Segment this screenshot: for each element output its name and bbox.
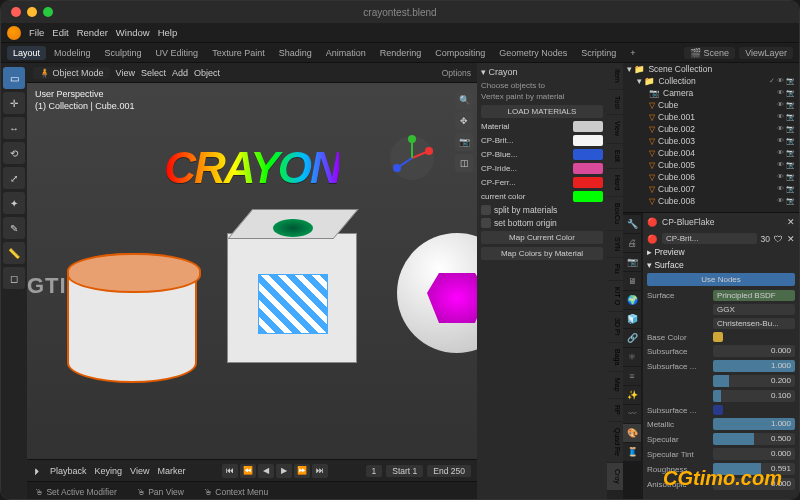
vp-options[interactable]: Options [442,68,471,78]
material-slot[interactable]: CP-Brit... [662,233,757,244]
set-bottom-origin-checkbox[interactable] [481,218,491,228]
tl-menu-view[interactable]: View [130,466,149,476]
play-button[interactable]: ▶ [276,464,292,478]
material-swatch[interactable] [573,163,603,174]
close-window-button[interactable] [11,7,21,17]
load-materials-button[interactable]: LOAD MATERIALS [481,105,603,118]
tl-menu-playback[interactable]: Playback [50,466,87,476]
outliner-item[interactable]: ▽Cube.005👁 📷 [623,159,799,171]
slider-metallic[interactable]: 1.000 [713,418,795,430]
map-colors-by-material-button[interactable]: Map Colors by Material [481,247,603,260]
close-icon[interactable]: ✕ [787,234,795,244]
material-name[interactable]: CP-BlueFlake [662,217,783,227]
jump-start-button[interactable]: ⏮ [222,464,238,478]
outliner-item[interactable]: ▽Cube.002👁 📷 [623,123,799,135]
prop-tab-7[interactable]: ⚛ [623,348,641,366]
n-tab-map[interactable]: Map [607,372,623,398]
tab-modeling[interactable]: Modeling [48,46,97,60]
slider-specular[interactable]: 0.500 [713,433,795,445]
n-tab-view[interactable]: View [607,115,623,142]
minimize-window-button[interactable] [27,7,37,17]
n-tab-baga[interactable]: Baga [607,343,623,371]
n-tab-flu[interactable]: Flu [607,258,623,280]
prop-tab-4[interactable]: 🌍 [623,291,641,309]
camera-icon[interactable]: 📷 [455,133,473,151]
tl-menu-keying[interactable]: Keying [95,466,123,476]
vp-menu-object[interactable]: Object [194,68,220,78]
outliner-item[interactable]: ▽Cube.006👁 📷 [623,171,799,183]
split-by-materials-checkbox[interactable] [481,205,491,215]
prop-tab-5[interactable]: 🧊 [623,310,641,328]
tab-scripting[interactable]: Scripting [575,46,622,60]
next-keyframe-button[interactable]: ⏩ [294,464,310,478]
slider-val[interactable]: 0.100 [713,390,795,402]
tab-rendering[interactable]: Rendering [374,46,428,60]
3d-viewport[interactable]: User Perspective (1) Collection | Cube.0… [27,83,477,459]
distribution-select[interactable]: GGX [713,304,795,315]
cube-object[interactable] [227,233,357,363]
prop-tab-12[interactable]: 🧵 [623,443,641,461]
pan-icon[interactable]: ✥ [455,112,473,130]
menu-file[interactable]: File [29,27,44,38]
material-swatch[interactable] [573,135,603,146]
prop-tab-8[interactable]: ≡ [623,367,641,385]
prop-tab-10[interactable]: 〰 [623,405,641,423]
tool-measure[interactable]: 📏 [3,242,25,264]
start-frame-field[interactable]: Start 1 [386,465,423,477]
slider-val[interactable]: 0.200 [713,375,795,387]
prop-tab-0[interactable]: 🔧 [623,215,641,233]
n-tab-3d-pr[interactable]: 3D Pr [607,312,623,342]
outliner-item[interactable]: ▽Cube.008👁 📷 [623,195,799,207]
material-swatch[interactable] [573,121,603,132]
n-tab-hard[interactable]: Hard [607,169,623,196]
close-icon[interactable]: ✕ [787,217,795,227]
blender-logo-icon[interactable] [7,26,21,40]
outliner-item[interactable]: ▽Cube👁 📷 [623,99,799,111]
perspective-icon[interactable]: ◫ [455,154,473,172]
n-tab-croy[interactable]: Croy [607,463,623,490]
zoom-icon[interactable]: 🔍 [455,91,473,109]
prop-tab-2[interactable]: 📷 [623,253,641,271]
menu-render[interactable]: Render [77,27,108,38]
navigation-gizmo[interactable] [387,133,437,183]
menu-help[interactable]: Help [158,27,178,38]
prop-tab-3[interactable]: 🖥 [623,272,641,290]
slider-roughness[interactable]: 0.591 [713,463,795,475]
subsurface-color-swatch[interactable] [713,405,723,415]
play-reverse-button[interactable]: ◀ [258,464,274,478]
fullscreen-window-button[interactable] [43,7,53,17]
cylinder-object[interactable] [67,253,197,383]
tool-scale[interactable]: ⤢ [3,167,25,189]
shield-icon[interactable]: 🛡 [774,234,783,244]
slider-subsurface-...[interactable]: 1.000 [713,360,795,372]
tab-uv-editing[interactable]: UV Editing [150,46,205,60]
use-nodes-button[interactable]: Use Nodes [647,273,795,286]
scene-selector[interactable]: 🎬 Scene [684,47,735,59]
end-frame-field[interactable]: End 250 [427,465,471,477]
outliner-item[interactable]: ▽Cube.001👁 📷 [623,111,799,123]
base-color-swatch[interactable] [713,332,723,342]
tab-geometry-nodes[interactable]: Geometry Nodes [493,46,573,60]
outliner-item[interactable]: 📷Camera👁 📷 [623,87,799,99]
menu-window[interactable]: Window [116,27,150,38]
outliner-item[interactable]: ▽Cube.007👁 📷 [623,183,799,195]
tool-transform[interactable]: ✦ [3,192,25,214]
n-tab-tool[interactable]: Tool [607,90,623,115]
viewlayer-selector[interactable]: ViewLayer [739,47,793,59]
n-tab-quad-re[interactable]: Quad Re [607,422,623,462]
tab-shading[interactable]: Shading [273,46,318,60]
slider-subsurface[interactable]: 0.000 [713,345,795,357]
tab-animation[interactable]: Animation [320,46,372,60]
prev-keyframe-button[interactable]: ⏪ [240,464,256,478]
tab-sculpting[interactable]: Sculpting [99,46,148,60]
vp-menu-view[interactable]: View [116,68,135,78]
tool-rotate[interactable]: ⟲ [3,142,25,164]
prop-tab-9[interactable]: ✨ [623,386,641,404]
n-tab-boxcu[interactable]: BoxCu [607,197,623,230]
mode-selector[interactable]: 🧍 Object Mode [33,67,110,79]
outliner[interactable]: ▾ 📁Scene Collection ▾ 📁Collection✓ 👁 📷 📷… [623,63,799,213]
map-current-color-button[interactable]: Map Current Color [481,231,603,244]
tool-select-box[interactable]: ▭ [3,67,25,89]
prop-tab-6[interactable]: 🔗 [623,329,641,347]
current-color-swatch[interactable] [573,191,603,202]
